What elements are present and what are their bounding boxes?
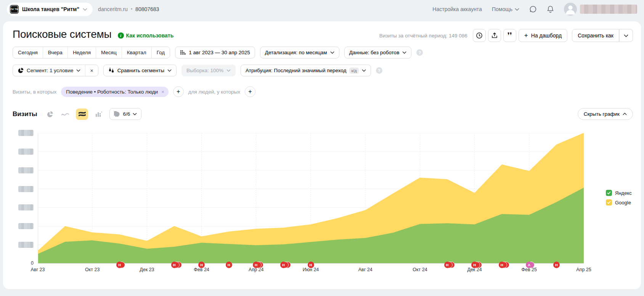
- pie-chart-icon: [47, 111, 53, 118]
- x-axis-tick-label: Окт 23: [79, 267, 106, 272]
- date-range-label: 1 авг 2023 — 30 апр 2025: [189, 50, 250, 55]
- plus-icon: +: [177, 88, 180, 95]
- sampling-label: Выборка: 100%: [186, 68, 223, 73]
- legend-label: Яндекс: [615, 190, 632, 196]
- question-icon[interactable]: ?: [416, 49, 423, 56]
- chevron-down-icon: [402, 51, 406, 54]
- chart-title: Визиты: [13, 110, 37, 118]
- chevron-down-icon: [76, 69, 80, 72]
- segment-clear-button[interactable]: ×: [85, 65, 98, 76]
- y-axis-zero-label: 0: [18, 260, 34, 266]
- preset-week[interactable]: Неделя: [67, 47, 96, 58]
- attribution-badge: к/д: [349, 68, 358, 74]
- event-marker[interactable]: Н: [116, 262, 123, 268]
- line-chart-type-button[interactable]: [61, 110, 70, 119]
- export-button[interactable]: [488, 29, 501, 42]
- event-marker-letter: Н: [471, 262, 478, 268]
- add-user-condition-button[interactable]: +: [245, 86, 255, 97]
- question-icon[interactable]: ?: [376, 67, 382, 74]
- help-menu[interactable]: Помощь: [492, 6, 519, 12]
- top-bar: РИ ТМ Школа танцев "Ритм" danceritm.ru •…: [0, 0, 644, 18]
- chevron-down-icon: [362, 69, 366, 72]
- checkbox-checked-icon[interactable]: [606, 199, 612, 205]
- user-name-redacted: [580, 5, 637, 14]
- visits-period-total: Визиты за отчётный период: 149 086: [379, 33, 467, 39]
- how-to-use-link[interactable]: i Как использовать: [118, 32, 174, 39]
- add-to-dashboard-label: На дашборд: [531, 32, 562, 39]
- attribution-dropdown[interactable]: Атрибуция: Последний значимый переход к/…: [241, 65, 371, 76]
- data-mode-label: Данные: без роботов: [349, 50, 400, 55]
- event-marker[interactable]: Н: [553, 262, 560, 268]
- compare-segments-label: Сравнить сегменты: [117, 68, 164, 73]
- y-axis-label-redacted: [18, 167, 34, 173]
- chevron-up-icon: [623, 113, 627, 115]
- save-as-menu-button[interactable]: [619, 29, 633, 42]
- area-chart-type-button[interactable]: [76, 108, 88, 120]
- y-axis-label-redacted: [18, 130, 34, 136]
- preset-yesterday[interactable]: Вчера: [43, 47, 67, 58]
- event-marker[interactable]: Н: [280, 262, 287, 268]
- account-settings-link[interactable]: Настройка аккаунта: [432, 6, 482, 12]
- sampling-dropdown[interactable]: Выборка: 100%: [181, 65, 236, 76]
- segment-prefix-label: Визиты, в которых: [13, 89, 56, 95]
- data-mode-dropdown[interactable]: Данные: без роботов: [344, 47, 412, 58]
- legend-item-яндекс[interactable]: Яндекс: [606, 190, 632, 196]
- report-panel: Поисковые системы i Как использовать Виз…: [3, 21, 641, 289]
- event-marker[interactable]: А: [526, 262, 532, 268]
- bar-chart-type-button[interactable]: [94, 110, 103, 119]
- compare-segments-dropdown[interactable]: Сравнить сегменты: [103, 65, 177, 76]
- bell-icon[interactable]: [547, 5, 554, 13]
- segment-suffix-label: для людей, у которых: [188, 89, 240, 95]
- chevron-down-icon: [515, 8, 519, 11]
- save-as-button[interactable]: Сохранить как: [572, 29, 619, 42]
- event-marker[interactable]: Н: [253, 262, 259, 268]
- legend-label: Google: [615, 200, 631, 205]
- event-marker[interactable]: Н: [226, 262, 232, 268]
- event-marker[interactable]: Н: [198, 262, 205, 268]
- event-marker[interactable]: Н: [499, 262, 505, 268]
- x-axis-tick-label: Апр 25: [570, 267, 597, 272]
- segment-chip-label: Поведение • Роботность: Только люди: [66, 89, 158, 95]
- chat-icon[interactable]: [529, 5, 537, 13]
- event-marker[interactable]: Н: [471, 262, 478, 268]
- chevron-down-icon: [133, 113, 137, 115]
- compare-drops-icon: [108, 68, 114, 73]
- preset-quarter[interactable]: Квартал: [122, 47, 151, 58]
- comments-button[interactable]: ❜❜: [503, 29, 516, 42]
- add-to-dashboard-button[interactable]: + На дашборд: [519, 29, 567, 42]
- counter-switcher[interactable]: РИ ТМ Школа танцев "Ритм": [7, 3, 93, 16]
- avatar[interactable]: [564, 3, 577, 16]
- chevron-down-icon: [167, 69, 172, 72]
- pie-chart-type-button[interactable]: [45, 110, 55, 119]
- close-icon[interactable]: ×: [161, 89, 164, 95]
- event-marker[interactable]: Н: [308, 262, 314, 268]
- event-marker[interactable]: Н: [171, 262, 178, 268]
- date-range-button[interactable]: 1 авг 2023 — 30 апр 2025: [175, 47, 255, 58]
- segment-dropdown[interactable]: Сегмент: 1 условие: [13, 65, 85, 76]
- y-axis-label-redacted: [18, 149, 34, 155]
- event-marker-letter: Н: [553, 262, 560, 268]
- page-title: Поисковые системы: [13, 28, 112, 40]
- checkbox-checked-icon[interactable]: [606, 190, 612, 196]
- counter-meta: danceritm.ru • 80807683: [98, 6, 159, 12]
- event-marker-letter: Н: [280, 262, 287, 268]
- event-marker-letter: Н: [499, 262, 505, 268]
- preset-today[interactable]: Сегодня: [13, 47, 43, 58]
- segment-chip[interactable]: Поведение • Роботность: Только люди ×: [61, 87, 168, 97]
- segment-label: Сегмент: 1 условие: [27, 68, 73, 73]
- event-marker-letter: Н: [171, 262, 178, 268]
- preset-month[interactable]: Месяц: [96, 47, 122, 58]
- add-visit-condition-button[interactable]: +: [173, 86, 184, 97]
- annotations-count: 6/6: [123, 111, 130, 117]
- legend-item-google[interactable]: Google: [606, 199, 632, 205]
- granularity-dropdown[interactable]: Детализация: по месяцам: [260, 47, 339, 58]
- visits-area-chart[interactable]: [38, 133, 584, 264]
- preset-year[interactable]: Год: [151, 47, 170, 58]
- counter-id: 80807683: [135, 6, 159, 12]
- hide-chart-button[interactable]: Скрыть график: [578, 108, 633, 120]
- annotations-dropdown[interactable]: 6/6: [109, 108, 141, 120]
- event-marker[interactable]: Н: [444, 262, 451, 268]
- x-axis-tick-label: Авг 23: [24, 267, 51, 272]
- history-button[interactable]: [473, 29, 486, 42]
- chevron-down-icon: [624, 34, 628, 37]
